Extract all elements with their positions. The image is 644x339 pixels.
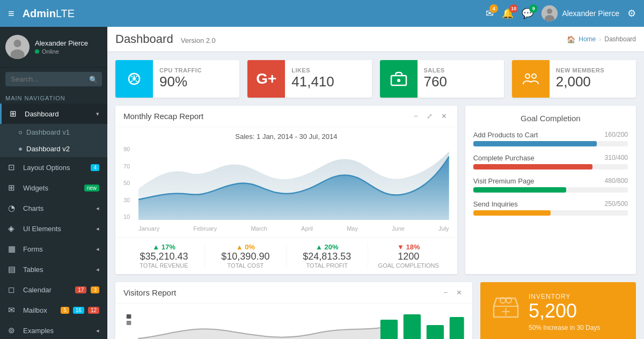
monthly-report-row: Monthly Recap Report − ⤢ ✕ Sales: 1 Jan,… (107, 106, 644, 282)
sidebar-item-charts[interactable]: ◔ Charts ◂ (0, 198, 107, 218)
completions-label: GOAL COMPLETIONS (368, 262, 449, 269)
visitors-tools: − ✕ (441, 288, 464, 298)
x-jul: July (438, 225, 449, 232)
user-panel: Alexander Pierce Online (0, 27, 107, 68)
dashboard-label: Dashboard (25, 110, 94, 118)
sidebar-item-mailbox[interactable]: ✉ Mailbox 5 16 12 (0, 300, 107, 320)
members-icon (512, 60, 550, 98)
dashboard-v2-label: Dashboard v2 (26, 145, 70, 153)
likes-label: LIKES (291, 67, 334, 73)
alert-icon[interactable]: 💬 9 (522, 8, 533, 19)
sidebar-avatar (5, 35, 30, 59)
goal-bar-fill-2 (473, 164, 592, 170)
dashboard-icon: ⊞ (10, 109, 20, 119)
ui-icon: ◈ (8, 224, 19, 233)
expand-button[interactable]: ⤢ (425, 111, 435, 121)
user-status: Online (35, 48, 88, 55)
navbar-left: ≡ AdminLTE (8, 8, 75, 20)
breadcrumb-separator: › (599, 35, 601, 43)
bell-icon[interactable]: 🔔 10 (502, 8, 514, 19)
menu-toggle[interactable]: ≡ (8, 8, 14, 20)
mailbox-icon: ✉ (8, 305, 19, 315)
sidebar-item-widgets[interactable]: ⊞ Widgets new (0, 178, 107, 198)
monthly-report-box: Monthly Recap Report − ⤢ ✕ Sales: 1 Jan,… (115, 106, 457, 274)
inventory-box: INVENTORY 5,200 50% Increase in 30 Days (480, 282, 636, 339)
search-input[interactable] (5, 72, 102, 86)
settings-icon[interactable]: ⚙ (627, 8, 636, 19)
calendar-label: Calendar (23, 286, 73, 294)
cost-pct: ▲ 0% (205, 243, 286, 251)
goal-label-3: Visit Premium Page (473, 177, 535, 185)
sidebar-item-forms[interactable]: ▦ Forms ◂ (0, 239, 107, 259)
chart-container: 90 70 50 30 10 (123, 146, 449, 232)
search-icon[interactable]: 🔍 (89, 75, 98, 83)
completions-pct: ▼ 18% (368, 243, 449, 251)
chart-subtitle: Sales: 1 Jan, 2014 - 30 Jul, 2014 (123, 132, 449, 141)
visitors-minimize-button[interactable]: − (441, 288, 450, 298)
y-label-70: 70 (123, 163, 137, 170)
svg-rect-17 (450, 317, 464, 339)
goal-item-3: Visit Premium Page 480/800 (473, 177, 628, 193)
goal-bar-fill-1 (473, 141, 597, 146)
sidebar-username: Alexander Pierce (35, 39, 88, 47)
x-axis: January February March April May June Ju… (138, 225, 449, 232)
layout-badge: 4 (91, 164, 99, 171)
sidebar-item-calendar[interactable]: ◻ Calendar 17 3 (0, 279, 107, 300)
visitors-chart-svg (121, 309, 467, 339)
dashboard-submenu: Dashboard v1 Dashboard v2 (0, 124, 107, 157)
page-version: Version 2.0 (181, 36, 216, 45)
page-title-area: Dashboard Version 2.0 (115, 32, 216, 46)
goal-bar-3 (473, 187, 628, 193)
sub-dot-v1 (19, 131, 22, 134)
brand-logo[interactable]: AdminLTE (23, 8, 75, 20)
calendar-icon: ◻ (8, 285, 19, 294)
goal-item-1: Add Products to Cart 160/200 (473, 131, 628, 146)
sidebar: Alexander Pierce Online 🔍 MAIN NAVIGATIO… (0, 27, 107, 339)
mail-badge: 4 (489, 4, 498, 13)
mail-icon[interactable]: ✉ 4 (486, 8, 494, 19)
goal-completion-body: Goal Completion Add Products to Cart 160… (465, 106, 636, 231)
sidebar-item-dashboard[interactable]: ⊞ Dashboard ▾ (0, 104, 107, 124)
breadcrumb-home[interactable]: Home (579, 35, 596, 43)
close-button[interactable]: ✕ (439, 111, 449, 121)
goal-value-1: 160/200 (605, 131, 628, 139)
user-menu[interactable]: Alexander Pierce (541, 5, 619, 21)
inventory-value: 5,200 (529, 300, 600, 322)
svg-rect-16 (427, 325, 444, 339)
visitors-close-button[interactable]: ✕ (454, 288, 464, 298)
goal-title: Goal Completion (473, 114, 628, 123)
sidebar-item-layout[interactable]: ⊡ Layout Options 4 (0, 157, 107, 178)
members-label: NEW MEMBERS (556, 67, 604, 73)
profit-pct: ▲ 20% (287, 243, 368, 251)
stat-revenue: ▲ 17% $35,210.43 TOTAL REVENUE (123, 243, 204, 269)
examples-chevron-icon: ◂ (96, 327, 99, 334)
x-mar: March (251, 225, 267, 232)
cost-value: $10,390.90 (205, 251, 286, 262)
sidebar-item-ui[interactable]: ◈ UI Elements ◂ (0, 218, 107, 239)
stat-profit: ▲ 20% $24,813.53 TOTAL PROFIT (287, 243, 368, 269)
calendar-badge2: 3 (91, 286, 99, 293)
sidebar-item-dashboard-v2[interactable]: Dashboard v2 (0, 141, 107, 157)
cpu-label: CPU TRAFFIC (159, 67, 202, 73)
y-label-30: 30 (123, 197, 137, 203)
stats-row: ▲ 17% $35,210.43 TOTAL REVENUE ▲ 0% $10,… (115, 237, 457, 274)
mailbox-badges: 5 16 12 (58, 307, 99, 314)
sidebar-user-info: Alexander Pierce Online (35, 39, 88, 55)
sidebar-item-dashboard-v1[interactable]: Dashboard v1 (0, 124, 107, 141)
calendar-badge1: 17 (75, 286, 86, 293)
charts-icon: ◔ (8, 203, 19, 213)
info-box-members: NEW MEMBERS 2,000 (512, 60, 636, 98)
cpu-icon (115, 60, 153, 98)
breadcrumb-current: Dashboard (604, 35, 636, 43)
info-box-likes: G+ LIKES 41,410 (247, 60, 371, 98)
sidebar-item-examples[interactable]: ⊚ Examples ◂ (0, 320, 107, 339)
x-apr: April (301, 225, 313, 232)
profit-value: $24,813.53 (287, 251, 368, 262)
status-label: Online (42, 48, 59, 55)
minimize-button[interactable]: − (412, 111, 420, 121)
sidebar-item-tables[interactable]: ▤ Tables ◂ (0, 259, 107, 279)
layout-icon: ⊡ (8, 163, 19, 172)
monthly-report-title: Monthly Recap Report (123, 112, 203, 121)
inventory-sub: 50% Increase in 30 Days (529, 324, 600, 331)
bell-badge: 10 (509, 4, 518, 13)
